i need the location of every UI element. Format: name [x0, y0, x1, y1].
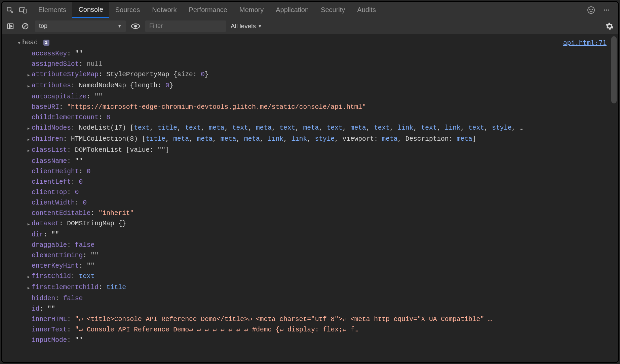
- svg-point-5: [592, 9, 593, 10]
- property-row[interactable]: baseURI: "https://microsoft-edge-chromiu…: [17, 102, 613, 112]
- property-row[interactable]: dir: "": [17, 230, 613, 240]
- property-row[interactable]: dataset: DOMStringMap {}: [17, 219, 613, 230]
- property-row[interactable]: attributeStyleMap: StylePropertyMap {siz…: [17, 70, 613, 81]
- vertical-scrollbar[interactable]: [611, 36, 617, 103]
- property-row[interactable]: clientHeight: 0: [17, 167, 613, 177]
- chevron-down-icon: ▼: [117, 24, 122, 29]
- property-row[interactable]: className: "": [17, 156, 613, 167]
- property-row[interactable]: attributes: NamedNodeMap {length: 0}: [17, 81, 613, 92]
- tab-sources[interactable]: Sources: [109, 2, 146, 18]
- property-row[interactable]: classList: DOMTokenList [value: ""]: [17, 145, 613, 156]
- chevron-down-icon: ▼: [258, 24, 262, 29]
- property-row[interactable]: firstChild: text: [17, 271, 613, 282]
- property-row[interactable]: clientTop: 0: [17, 187, 613, 198]
- console-body: api.html:71 head iaccessKey: ""assignedS…: [2, 34, 618, 362]
- svg-point-7: [606, 9, 607, 11]
- devtools-tabbar: ElementsConsoleSourcesNetworkPerformance…: [2, 2, 618, 18]
- property-row[interactable]: clientLeft: 0: [17, 177, 613, 187]
- svg-point-15: [134, 25, 137, 28]
- log-levels-dropdown[interactable]: All levels ▼: [231, 22, 262, 30]
- live-expression-icon[interactable]: [130, 21, 141, 31]
- property-row[interactable]: firstElementChild: title: [17, 282, 613, 293]
- tab-memory[interactable]: Memory: [233, 2, 270, 18]
- tab-performance[interactable]: Performance: [183, 2, 234, 18]
- console-toolbar: top ▼ All levels ▼: [2, 18, 618, 34]
- tab-elements[interactable]: Elements: [32, 2, 72, 18]
- svg-rect-2: [24, 9, 26, 13]
- toggle-sidebar-icon[interactable]: [5, 21, 15, 31]
- property-row[interactable]: accessKey: "": [17, 49, 613, 59]
- svg-point-4: [590, 9, 590, 10]
- tab-console[interactable]: Console: [72, 2, 109, 18]
- tab-network[interactable]: Network: [146, 2, 183, 18]
- context-selector-value: top: [39, 22, 47, 30]
- svg-point-6: [604, 9, 605, 11]
- filter-input[interactable]: [145, 20, 226, 32]
- property-row[interactable]: inputMode: "": [17, 335, 613, 346]
- property-row[interactable]: id: "": [17, 304, 613, 314]
- property-row[interactable]: childElementCount: 8: [17, 112, 613, 123]
- property-row[interactable]: enterKeyHint: "": [17, 261, 613, 271]
- property-row[interactable]: children: HTMLCollection(8) [title, meta…: [17, 134, 613, 145]
- property-row[interactable]: childNodes: NodeList(17) [text, title, t…: [17, 123, 613, 134]
- smiley-icon[interactable]: [586, 5, 596, 15]
- tab-audits[interactable]: Audits: [351, 2, 382, 18]
- property-row[interactable]: autocapitalize: "": [17, 92, 613, 102]
- svg-point-8: [608, 9, 610, 11]
- svg-line-13: [24, 24, 27, 28]
- property-row[interactable]: elementTiming: "": [17, 251, 613, 261]
- svg-marker-11: [11, 25, 12, 27]
- object-header[interactable]: head i: [17, 38, 613, 49]
- property-row[interactable]: assignedSlot: null: [17, 59, 613, 70]
- panel-tabs: ElementsConsoleSourcesNetworkPerformance…: [32, 2, 584, 18]
- inspect-element-icon[interactable]: [5, 5, 15, 15]
- svg-point-3: [588, 7, 594, 13]
- clear-console-icon[interactable]: [20, 21, 30, 31]
- property-row[interactable]: innerHTML: "↵ <title>Console API Referen…: [17, 314, 613, 325]
- info-badge-icon: i: [43, 40, 49, 46]
- log-levels-label: All levels: [231, 22, 256, 30]
- settings-gear-icon[interactable]: [605, 21, 615, 31]
- property-row[interactable]: hidden: false: [17, 293, 613, 304]
- device-toolbar-icon[interactable]: [17, 5, 28, 15]
- more-menu-icon[interactable]: [601, 5, 612, 15]
- object-inspector[interactable]: head iaccessKey: ""assignedSlot: nullatt…: [2, 38, 618, 346]
- context-selector[interactable]: top ▼: [35, 20, 126, 32]
- property-row[interactable]: clientWidth: 0: [17, 198, 613, 208]
- tab-application[interactable]: Application: [270, 2, 315, 18]
- tab-security[interactable]: Security: [315, 2, 351, 18]
- source-link[interactable]: api.html:71: [563, 38, 607, 48]
- property-row[interactable]: innerText: "↵ Console API Reference Demo…: [17, 325, 613, 335]
- property-row[interactable]: contentEditable: "inherit": [17, 208, 613, 219]
- property-row[interactable]: draggable: false: [17, 240, 613, 251]
